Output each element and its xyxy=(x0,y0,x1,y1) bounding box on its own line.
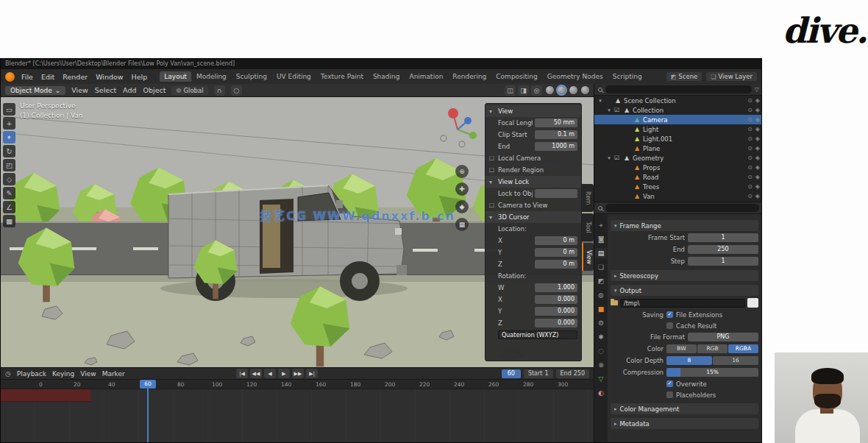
playhead[interactable] xyxy=(147,380,149,443)
n-panel-row[interactable]: ☐ Camera to View xyxy=(485,199,581,211)
timeline-track-area[interactable] xyxy=(1,389,594,443)
n-panel-row[interactable]: Focal Length 50 mm xyxy=(485,117,581,129)
properties-tab[interactable]: ⊗ xyxy=(595,360,607,370)
workspace-tab[interactable]: Scripting xyxy=(608,71,647,82)
value-field[interactable] xyxy=(535,189,577,198)
toolbar-tool[interactable]: + xyxy=(3,117,15,130)
toolbar-tool[interactable]: ◰ xyxy=(3,159,15,171)
properties-tab[interactable]: ⌖ xyxy=(595,220,607,230)
outliner-row[interactable]: ▲ Road ⊙ ◈ xyxy=(594,172,762,182)
workspace-tab[interactable]: Geometry Nodes xyxy=(543,71,608,82)
cache-result-checkbox[interactable] xyxy=(666,322,673,329)
disable-render-icon[interactable]: ◈ xyxy=(755,97,760,104)
transport-button[interactable]: ▶ xyxy=(278,369,290,378)
n-panel-row[interactable]: X 0.000 xyxy=(485,294,581,305)
n-panel-row[interactable]: ▾ View xyxy=(485,105,581,117)
viewport-nav-icon[interactable]: ◆ xyxy=(455,200,469,213)
overlay-toggle-icon[interactable]: ◫ xyxy=(505,85,516,96)
depth-16-button[interactable]: 16 xyxy=(713,356,758,365)
snap-magnet-icon[interactable]: ∩ xyxy=(214,85,225,96)
output-path-field[interactable]: /tmp\ xyxy=(620,299,745,308)
workspace-tab[interactable]: Shading xyxy=(369,71,405,82)
hide-eye-icon[interactable]: ⊙ xyxy=(747,174,753,180)
mode-dropdown[interactable]: Object Mode⌄ xyxy=(5,86,65,95)
transform-orientation[interactable]: ◍ Global xyxy=(171,86,207,95)
topbar-menu[interactable]: Edit xyxy=(38,71,58,82)
transport-button[interactable]: ◀◀ xyxy=(250,369,262,378)
n-panel-row[interactable]: ☐ Render Region xyxy=(485,164,581,176)
disable-render-icon[interactable]: ◈ xyxy=(755,193,760,199)
topbar-menu[interactable]: Help xyxy=(128,71,152,82)
editor-type-icon[interactable]: ◷ xyxy=(5,370,11,378)
n-panel-row[interactable]: Rotation: xyxy=(485,270,581,282)
toolbar-tool[interactable]: ⌖ xyxy=(3,131,15,143)
outliner-row[interactable]: ▲ Props ⊙ ◈ xyxy=(594,163,762,172)
outliner-search-input[interactable] xyxy=(605,85,752,93)
disable-render-icon[interactable]: ◈ xyxy=(755,145,760,152)
file-format-dropdown[interactable]: PNG xyxy=(688,333,758,341)
properties-tab[interactable]: ◙ xyxy=(595,234,607,244)
hide-eye-icon[interactable]: ⊙ xyxy=(747,155,753,161)
n-panel-tab[interactable]: Item xyxy=(582,184,594,212)
proportional-edit-icon[interactable]: ○ xyxy=(231,85,242,96)
transport-button[interactable]: ◀ xyxy=(264,369,276,378)
workspace-tab[interactable]: UV Editing xyxy=(272,71,316,82)
n-panel-row[interactable]: Y 0.000 xyxy=(485,305,581,317)
view-layer-selector[interactable]: ❏ View Layer xyxy=(706,72,757,81)
value-field[interactable]: 1 xyxy=(688,257,758,266)
current-frame-field[interactable]: 60 xyxy=(502,369,521,378)
timeline-menu[interactable]: Keying xyxy=(52,370,74,378)
value-field[interactable]: 250 xyxy=(688,245,758,254)
timeline-ruler[interactable]: 0204060801001201401601802002202402602803… xyxy=(1,380,594,389)
filter-icon[interactable]: ▽ xyxy=(755,86,759,93)
shading-material-icon[interactable] xyxy=(569,86,577,94)
color-rgba-button[interactable]: RGBA xyxy=(728,344,758,353)
outliner-row[interactable]: ▾ ☑ ▲ Collection ⊙ ◈ xyxy=(594,105,762,115)
navigation-gizmo[interactable] xyxy=(436,106,479,150)
frame-end-field[interactable]: End250 xyxy=(556,369,589,378)
disable-render-icon[interactable]: ◈ xyxy=(755,135,760,142)
n-panel-row[interactable]: X 0 m xyxy=(485,235,581,247)
value-field[interactable]: 1000 m xyxy=(535,142,577,151)
shading-solid-icon[interactable] xyxy=(558,86,566,94)
disable-render-icon[interactable]: ◈ xyxy=(755,126,760,132)
value-field[interactable]: 0.1 m xyxy=(535,130,577,139)
hide-eye-icon[interactable]: ⊙ xyxy=(747,116,753,123)
value-field[interactable]: Quaternion (WXYZ) xyxy=(498,330,577,339)
properties-tab[interactable]: ◌ xyxy=(595,346,607,356)
value-field[interactable]: 50 mm xyxy=(535,118,577,127)
value-field[interactable]: 1 xyxy=(688,233,758,242)
outliner-row[interactable]: ▾ ☑ ▲ Geometry ⊙ ◈ xyxy=(594,153,762,163)
n-panel-row[interactable]: Z 0 m xyxy=(485,258,581,270)
n-panel-row[interactable]: Lock to Object xyxy=(485,188,581,199)
section-color-management[interactable]: ▸Color Management xyxy=(611,403,758,414)
workspace-tab[interactable]: Modeling xyxy=(192,71,231,82)
hide-eye-icon[interactable]: ⊙ xyxy=(747,126,753,132)
timeline-menu[interactable]: Marker xyxy=(102,370,125,378)
disable-render-icon[interactable]: ◈ xyxy=(755,183,760,190)
properties-tab[interactable]: ◐ xyxy=(595,388,607,398)
properties-tab[interactable]: ✱ xyxy=(595,332,607,342)
n-panel-row[interactable]: ☐ Local Camera xyxy=(485,152,581,164)
shading-rendered-icon[interactable] xyxy=(581,86,589,94)
properties-tab[interactable]: ❏ xyxy=(595,262,607,272)
placeholders-checkbox[interactable] xyxy=(666,391,673,398)
compression-slider[interactable]: 15% xyxy=(666,368,758,377)
properties-tab[interactable]: ▽ xyxy=(595,374,607,384)
n-panel-row[interactable]: ▾ View Lock xyxy=(485,176,581,188)
disable-render-icon[interactable]: ◈ xyxy=(755,155,760,161)
scene-selector[interactable]: ◩ Scene xyxy=(666,72,702,81)
disable-render-icon[interactable]: ◈ xyxy=(755,107,760,113)
timeline-menu[interactable]: Playback xyxy=(17,370,46,378)
viewport-menu[interactable]: Select xyxy=(95,86,116,94)
value-field[interactable]: 0 m xyxy=(535,248,577,257)
value-field[interactable]: 1.000 xyxy=(535,283,577,292)
n-panel-row[interactable]: Clip Start 0.1 m xyxy=(485,129,581,141)
hide-eye-icon[interactable]: ⊙ xyxy=(747,135,753,142)
workspace-tab[interactable]: Animation xyxy=(405,71,447,82)
3d-viewport[interactable]: User Perspective (1) Collection | Van 技艺… xyxy=(1,97,594,367)
playhead-frame-badge[interactable]: 60 xyxy=(140,380,156,389)
file-extensions-checkbox[interactable]: ✓ xyxy=(666,311,673,318)
outliner-row[interactable]: ▲ Plane ⊙ ◈ xyxy=(594,143,762,153)
workspace-tab[interactable]: Sculpting xyxy=(232,71,271,82)
